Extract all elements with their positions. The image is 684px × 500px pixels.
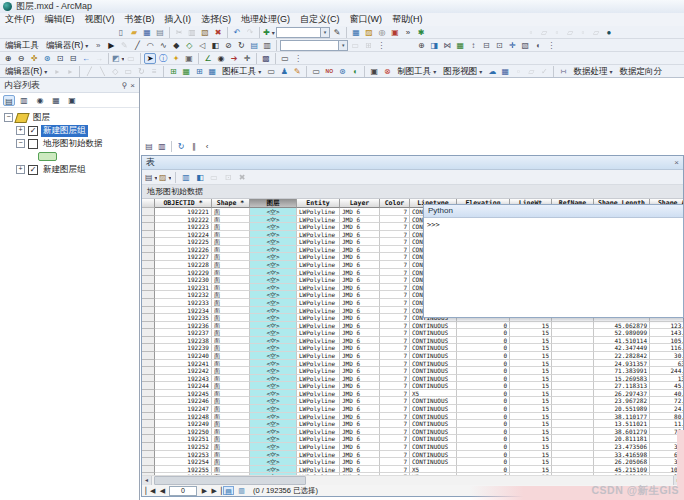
html-popup-icon[interactable]: ▣: [183, 53, 195, 64]
error-inspector-icon[interactable]: ◨: [428, 40, 440, 51]
data-orientation-menu[interactable]: 数据定向分: [616, 66, 665, 77]
table-row[interactable]: 192238面<空>LWPolylineJMD_67CONTINUOUS0154…: [142, 337, 683, 345]
close-icon[interactable]: ×: [130, 81, 135, 90]
search-window-icon[interactable]: ◎: [376, 27, 388, 38]
menu-item[interactable]: 自定义(C): [295, 13, 345, 26]
editor-menu[interactable]: 编辑器(R)▾: [43, 40, 91, 51]
full-extent-icon[interactable]: ⊛: [41, 53, 53, 64]
extend-icon[interactable]: ⊡: [493, 40, 505, 51]
table-window-icon[interactable]: ▦: [350, 27, 362, 38]
menu-item[interactable]: 书签(B): [120, 13, 160, 26]
editor-menu-2[interactable]: 编辑器(R)▾: [2, 66, 50, 77]
sketch-menu-icon[interactable]: ≡: [148, 66, 160, 77]
pan-icon[interactable]: ✜: [28, 53, 40, 64]
task-combobox[interactable]: ▾: [280, 40, 348, 51]
person-icon[interactable]: ♟: [278, 66, 290, 77]
delete-selected-icon[interactable]: ✖: [236, 172, 248, 183]
save-icon[interactable]: ▦: [141, 27, 153, 38]
row-selector[interactable]: [142, 428, 155, 436]
arc-segment-icon[interactable]: ◠: [144, 40, 156, 51]
sketch-line-icon[interactable]: ╱: [83, 66, 95, 77]
row-selector[interactable]: [142, 451, 155, 459]
data-processing-menu[interactable]: 数据处理▾: [570, 66, 615, 77]
arctoolbox-window-icon[interactable]: ▣: [389, 27, 401, 38]
disabled-tool-icon[interactable]: ▱: [564, 27, 576, 38]
list-by-selection-icon[interactable]: ▦: [49, 94, 63, 107]
column-header[interactable]: Color: [380, 199, 410, 208]
prev-tool-icon[interactable]: ▸: [51, 66, 63, 77]
table-mini-icon[interactable]: ▤: [143, 141, 155, 152]
table-mini-icon-2[interactable]: ▥: [156, 141, 168, 152]
table-row[interactable]: 192248面<空>LWPolylineJMD_67CONTINUOUS0153…: [142, 413, 683, 421]
list-by-drawing-order-icon[interactable]: ▤: [3, 95, 15, 106]
column-header[interactable]: OBJECTID *: [155, 199, 212, 208]
row-selector[interactable]: [142, 223, 155, 231]
previous-record-button[interactable]: ◀: [157, 487, 167, 495]
row-selector[interactable]: [142, 360, 155, 368]
row-selector[interactable]: [142, 382, 155, 390]
cut-icon[interactable]: ✂: [173, 27, 185, 38]
parcel-blue-icon[interactable]: ▦: [206, 66, 218, 77]
menu-item[interactable]: 编辑(E): [40, 13, 80, 26]
expander-icon[interactable]: −: [4, 113, 13, 122]
menu-item[interactable]: 文件(F): [0, 13, 40, 26]
editor-toggle-icon[interactable]: ✎: [331, 27, 343, 38]
pencil-icon[interactable]: ✎: [291, 66, 303, 77]
viewer-window-icon[interactable]: ▭: [279, 53, 291, 64]
save-edits-icon[interactable]: ▦: [499, 66, 511, 77]
trace-tool-icon[interactable]: ∿: [157, 40, 169, 51]
row-selector[interactable]: [142, 443, 155, 451]
undo-icon[interactable]: ↶: [231, 27, 243, 38]
row-selector[interactable]: [142, 208, 155, 216]
topology-grid-blue-icon[interactable]: ⊞: [193, 66, 205, 77]
row-selector-header[interactable]: [142, 199, 155, 208]
zoom-to-selected-icon[interactable]: ⊡: [222, 172, 234, 183]
scrollbar-thumb[interactable]: [154, 476, 306, 485]
row-selector[interactable]: [142, 458, 155, 466]
visibility-checkbox[interactable]: ✓: [28, 165, 38, 175]
menu-item[interactable]: 帮助(H): [387, 13, 428, 26]
graphic-view-menu[interactable]: 图形视图▾: [440, 66, 485, 77]
row-selector[interactable]: [142, 231, 155, 239]
back-extent-icon[interactable]: ←: [80, 53, 92, 64]
scatter-icon[interactable]: ∺: [557, 66, 569, 77]
table-row[interactable]: 192256面<空>LWPolylineJMD_67X501525.592465…: [142, 473, 683, 475]
cloud-icon[interactable]: ☁: [486, 66, 498, 77]
go-to-xy-icon[interactable]: ✛: [241, 53, 253, 64]
find-icon[interactable]: ◉: [215, 53, 227, 64]
table-row[interactable]: 192239面<空>LWPolylineJMD_67CONTINUOUS0154…: [142, 344, 683, 352]
python-window[interactable]: Python >>>: [423, 204, 684, 318]
next-record-button[interactable]: ▶: [199, 487, 209, 495]
topology-edit-icon[interactable]: ⊕: [415, 40, 427, 51]
tree-item-label[interactable]: 新建图层组: [41, 164, 88, 176]
delete-icon[interactable]: ✖: [212, 27, 224, 38]
table-row[interactable]: 192253面<空>LWPolylineJMD_67CONTINUOUS0153…: [142, 451, 683, 459]
list-by-source-icon[interactable]: ▥: [17, 94, 31, 107]
disabled-tool-icon[interactable]: ▱: [590, 27, 602, 38]
row-selector[interactable]: [142, 261, 155, 269]
row-selector[interactable]: [142, 337, 155, 345]
time-slider-icon[interactable]: ▩: [260, 53, 272, 64]
related-tables-icon[interactable]: ▨▾: [159, 172, 171, 183]
target-layer-icon[interactable]: ▭: [349, 40, 361, 51]
disabled-tool-icon[interactable]: ▱: [525, 66, 537, 77]
row-selector[interactable]: [142, 390, 155, 398]
title-bar[interactable]: 图层.mxd - ArcMap: [0, 0, 684, 14]
column-header[interactable]: 图层: [250, 199, 297, 208]
edit-tool-icon[interactable]: ▶: [105, 40, 117, 51]
table-row[interactable]: 192244面<空>LWPolylineJMD_67CONTINUOUS0152…: [142, 382, 683, 390]
map-scale-combobox[interactable]: ▾: [276, 27, 330, 38]
table-row[interactable]: 192246面<空>LWPolylineJMD_67CONTINUOUS0152…: [142, 397, 683, 405]
stop-icon[interactable]: ⊗: [381, 66, 393, 77]
menu-item[interactable]: 地理处理(G): [236, 13, 295, 26]
attributes-icon[interactable]: ▤: [248, 40, 260, 51]
new-document-icon[interactable]: ▯: [115, 27, 127, 38]
menu-item[interactable]: 窗口(W): [345, 13, 388, 26]
row-selector[interactable]: [142, 322, 155, 330]
hyperlink-icon[interactable]: ✦: [170, 53, 182, 64]
zoom-in-icon[interactable]: ⊕: [2, 53, 14, 64]
catalog-window-icon[interactable]: ▨: [363, 27, 375, 38]
pause-drawing-icon[interactable]: ∥: [188, 141, 200, 152]
tree-root-label[interactable]: 图层: [31, 112, 52, 124]
tree-item-label[interactable]: 新建图层组: [41, 125, 88, 137]
